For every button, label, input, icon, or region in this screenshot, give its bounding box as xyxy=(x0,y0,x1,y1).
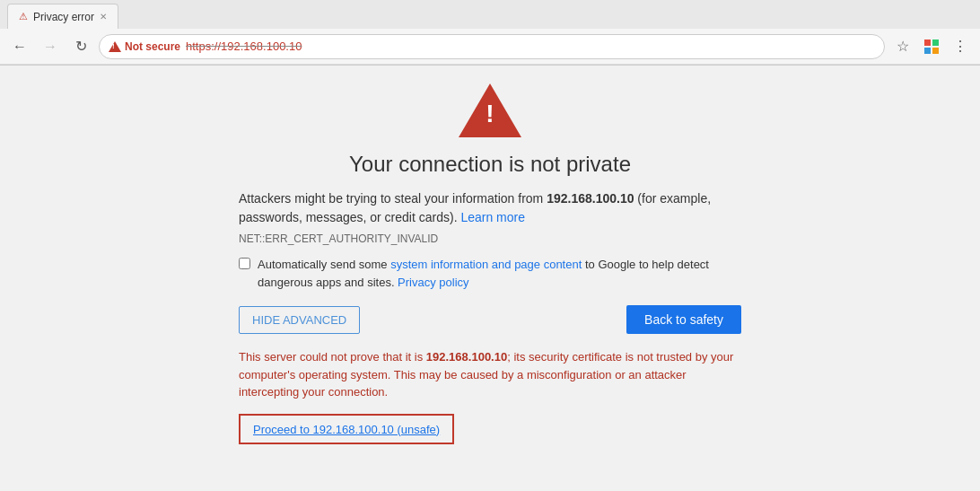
page-title: Your connection is not private xyxy=(349,152,631,177)
warning-triangle-icon: ! xyxy=(459,83,521,137)
button-row: HIDE ADVANCED Back to safety xyxy=(239,305,741,334)
windows-icon xyxy=(919,34,944,59)
exclamation-mark: ! xyxy=(486,100,494,128)
tab-bar: ⚠ Privacy error ✕ xyxy=(0,0,980,29)
send-info-checkbox[interactable] xyxy=(239,258,250,269)
error-icon-container: ! xyxy=(459,83,521,137)
tab-warning-icon: ⚠ xyxy=(19,11,28,22)
main-description: Attackers might be trying to steal your … xyxy=(239,189,741,227)
nav-bar: ← → ↻ ! Not secure https://192.168.100.1… xyxy=(0,29,980,65)
content-block: Attackers might be trying to steal your … xyxy=(239,189,741,444)
proceed-link[interactable]: Proceed to 192.168.100.10 (unsafe) xyxy=(253,423,440,436)
privacy-policy-link[interactable]: Privacy policy xyxy=(398,276,468,289)
desc-text-1: Attackers might be trying to steal your … xyxy=(239,191,547,206)
adv-ip: 192.168.100.10 xyxy=(426,350,507,364)
advanced-description: This server could not prove that it is 1… xyxy=(239,348,741,401)
reload-button[interactable]: ↻ xyxy=(68,34,93,59)
browser-chrome: ⚠ Privacy error ✕ ← → ↻ ! Not secure htt… xyxy=(0,0,980,66)
checkbox-text-1: Automatically send some xyxy=(258,258,390,271)
page-content: ! Your connection is not private Attacke… xyxy=(0,66,980,491)
menu-button[interactable]: ⋮ xyxy=(948,34,973,59)
security-warning: ! Not secure xyxy=(109,40,180,53)
tab-close-icon[interactable]: ✕ xyxy=(100,12,107,22)
forward-button: → xyxy=(38,34,63,59)
address-bar[interactable]: ! Not secure https://192.168.100.10 xyxy=(99,34,885,59)
learn-more-link[interactable]: Learn more xyxy=(460,210,525,224)
checkbox-label: Automatically send some system informati… xyxy=(258,256,741,291)
checkbox-row: Automatically send some system informati… xyxy=(239,256,741,291)
back-button[interactable]: ← xyxy=(7,34,32,59)
desc-ip: 192.168.100.10 xyxy=(547,191,634,206)
nav-right: ☆ ⋮ xyxy=(890,34,973,59)
tab-title: Privacy error xyxy=(33,11,94,23)
url-display: https://192.168.100.10 xyxy=(186,39,302,53)
active-tab[interactable]: ⚠ Privacy error ✕ xyxy=(7,4,118,29)
back-to-safety-button[interactable]: Back to safety xyxy=(626,305,741,334)
hide-advanced-button[interactable]: HIDE ADVANCED xyxy=(239,306,360,334)
bookmark-button[interactable]: ☆ xyxy=(890,34,915,59)
adv-text-1: This server could not prove that it is xyxy=(239,350,426,364)
not-secure-label: Not secure xyxy=(125,40,180,53)
error-code: NET::ERR_CERT_AUTHORITY_INVALID xyxy=(239,232,741,245)
system-info-link[interactable]: system information and page content xyxy=(390,258,582,271)
proceed-box: Proceed to 192.168.100.10 (unsafe) xyxy=(239,414,454,444)
